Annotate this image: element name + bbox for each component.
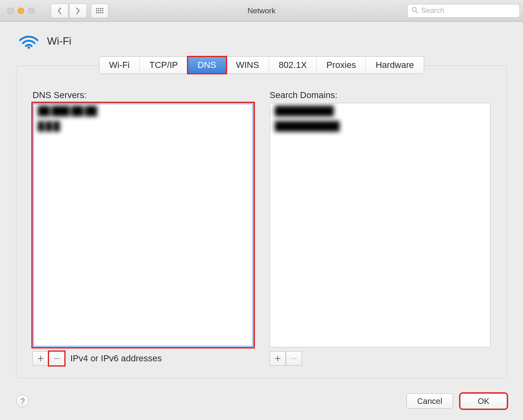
remove-dns-server-button[interactable] [49, 351, 65, 366]
nav-buttons [51, 4, 87, 18]
plus-icon [37, 355, 44, 362]
search-input[interactable]: Search [407, 4, 520, 18]
wifi-icon [18, 33, 40, 49]
svg-point-2 [27, 46, 30, 49]
search-domains-column: Search Domains: ██████████ ███████████ [270, 90, 491, 366]
tabs-inner: Wi-Fi TCP/IP DNS WINS 802.1X Proxies Har… [99, 56, 424, 74]
footer: ? Cancel OK [0, 386, 523, 420]
content-area: Wi-Fi Wi-Fi TCP/IP DNS WINS 802.1X Proxi… [0, 22, 523, 386]
list-item[interactable]: ██.███.██.██ [33, 103, 253, 119]
dns-servers-label: DNS Servers: [33, 90, 254, 100]
dns-servers-hint: IPv4 or IPv6 addresses [70, 353, 162, 364]
remove-search-domain-button[interactable] [286, 351, 302, 366]
help-button[interactable]: ? [16, 395, 29, 408]
dns-servers-list[interactable]: ██.███.██.██ █.█.█ [33, 103, 254, 347]
search-domains-pm-buttons [270, 351, 302, 366]
tab-hardware[interactable]: Hardware [366, 57, 423, 74]
chevron-left-icon [57, 7, 62, 14]
interface-name: Wi-Fi [47, 35, 72, 47]
dns-servers-controls: IPv4 or IPv6 addresses [33, 351, 254, 366]
search-domains-controls [270, 351, 491, 366]
minus-icon [53, 355, 60, 362]
svg-line-1 [416, 11, 418, 13]
tab-wifi[interactable]: Wi-Fi [99, 57, 139, 74]
zoom-window-button[interactable] [28, 8, 35, 14]
dns-servers-column: DNS Servers: ██.███.██.██ █.█.█ IPv4 or [33, 90, 254, 366]
dns-panel: DNS Servers: ██.███.██.██ █.█.█ IPv4 or [16, 66, 507, 378]
titlebar: Network Search [0, 0, 523, 22]
grid-icon [96, 8, 103, 13]
tab-dns[interactable]: DNS [188, 57, 226, 74]
tab-8021x[interactable]: 802.1X [269, 57, 317, 74]
minimize-window-button[interactable] [18, 8, 24, 14]
forward-button[interactable] [69, 4, 87, 18]
interface-header: Wi-Fi [18, 33, 507, 49]
list-item[interactable]: ██████████ [270, 103, 490, 119]
cancel-button[interactable]: Cancel [406, 393, 453, 409]
list-item[interactable]: ███████████ [270, 119, 490, 134]
dns-servers-pm-buttons [33, 351, 65, 366]
search-placeholder: Search [421, 6, 444, 15]
tab-wins[interactable]: WINS [226, 57, 269, 74]
tab-tcpip[interactable]: TCP/IP [140, 57, 188, 74]
back-button[interactable] [51, 4, 68, 18]
window-title: Network [248, 6, 276, 15]
search-domains-list[interactable]: ██████████ ███████████ [270, 103, 491, 347]
minus-icon [291, 355, 297, 362]
show-all-button[interactable] [91, 4, 109, 18]
ok-button[interactable]: OK [460, 393, 507, 409]
add-dns-server-button[interactable] [33, 351, 49, 366]
list-item[interactable]: █.█.█ [33, 119, 253, 134]
close-window-button[interactable] [7, 8, 14, 14]
window-controls [7, 8, 35, 14]
search-icon [412, 7, 418, 15]
add-search-domain-button[interactable] [270, 351, 286, 366]
plus-icon [275, 355, 281, 362]
help-icon: ? [20, 397, 25, 406]
tabs-bar: Wi-Fi TCP/IP DNS WINS 802.1X Proxies Har… [16, 56, 507, 74]
footer-buttons: Cancel OK [406, 393, 507, 409]
tab-proxies[interactable]: Proxies [317, 57, 366, 74]
preferences-window: Network Search Wi-Fi Wi-Fi TCP/IP DNS WI… [0, 0, 523, 420]
chevron-right-icon [76, 7, 80, 14]
search-domains-label: Search Domains: [270, 90, 491, 100]
